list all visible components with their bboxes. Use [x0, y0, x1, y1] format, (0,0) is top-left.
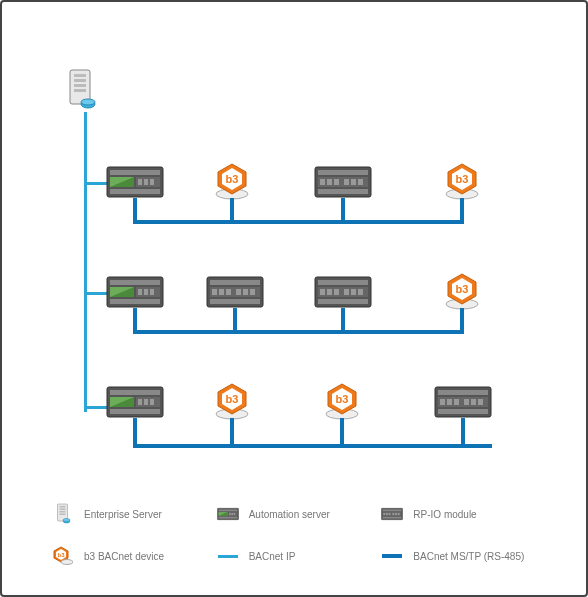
b3-device-icon — [52, 545, 74, 567]
bacnet-mstp-line-icon — [381, 545, 403, 567]
b3-device-icon — [212, 382, 252, 420]
rpio-module-icon — [381, 503, 403, 525]
bacnet-mstp-drop — [230, 198, 234, 224]
bacnet-mstp-drop — [460, 198, 464, 224]
legend-b3-device: b3 BACnet device — [52, 545, 217, 567]
bacnet-mstp-drop — [461, 418, 465, 448]
legend-label: Enterprise Server — [84, 509, 162, 520]
automation-server-icon — [106, 386, 164, 418]
legend-label: RP-IO module — [413, 509, 476, 520]
enterprise-server-icon — [52, 503, 74, 525]
b3-device-icon — [442, 272, 482, 310]
bacnet-mstp-drop — [133, 418, 137, 448]
enterprise-server-icon — [66, 68, 96, 112]
bacnet-mstp-drop — [133, 308, 137, 334]
bacnet-mstp-bus — [133, 444, 492, 448]
bacnet-mstp-drop — [230, 418, 234, 448]
bacnet-mstp-drop — [233, 308, 237, 334]
bacnet-mstp-drop — [341, 198, 345, 224]
rpio-module-icon — [314, 276, 372, 308]
bacnet-ip-trunk — [84, 112, 87, 412]
legend-automation-server: Automation server — [217, 503, 382, 525]
rpio-module-icon — [206, 276, 264, 308]
legend-rpio-module: RP-IO module — [381, 503, 546, 525]
b3-device-icon — [442, 162, 482, 200]
rpio-module-icon — [434, 386, 492, 418]
automation-server-icon — [217, 503, 239, 525]
legend-label: Automation server — [249, 509, 330, 520]
legend-label: b3 BACnet device — [84, 551, 164, 562]
bacnet-ip-line-icon — [217, 545, 239, 567]
legend-label: BACnet IP — [249, 551, 296, 562]
bacnet-mstp-bus — [133, 220, 462, 224]
bacnet-mstp-drop — [340, 418, 344, 448]
automation-server-icon — [106, 166, 164, 198]
bacnet-mstp-drop — [341, 308, 345, 334]
legend-bacnet-ip: BACnet IP — [217, 545, 382, 567]
bacnet-mstp-drop — [460, 308, 464, 334]
bacnet-mstp-bus — [133, 330, 462, 334]
legend-label: BACnet MS/TP (RS-485) — [413, 551, 524, 562]
automation-server-icon — [106, 276, 164, 308]
b3-device-icon — [322, 382, 362, 420]
bacnet-mstp-drop — [133, 198, 137, 224]
legend-enterprise-server: Enterprise Server — [52, 503, 217, 525]
legend: Enterprise Server Automation server RP-I… — [52, 503, 546, 567]
b3-device-icon — [212, 162, 252, 200]
diagram-frame: Enterprise Server Automation server RP-I… — [0, 0, 588, 597]
legend-bacnet-mstp: BACnet MS/TP (RS-485) — [381, 545, 546, 567]
rpio-module-icon — [314, 166, 372, 198]
